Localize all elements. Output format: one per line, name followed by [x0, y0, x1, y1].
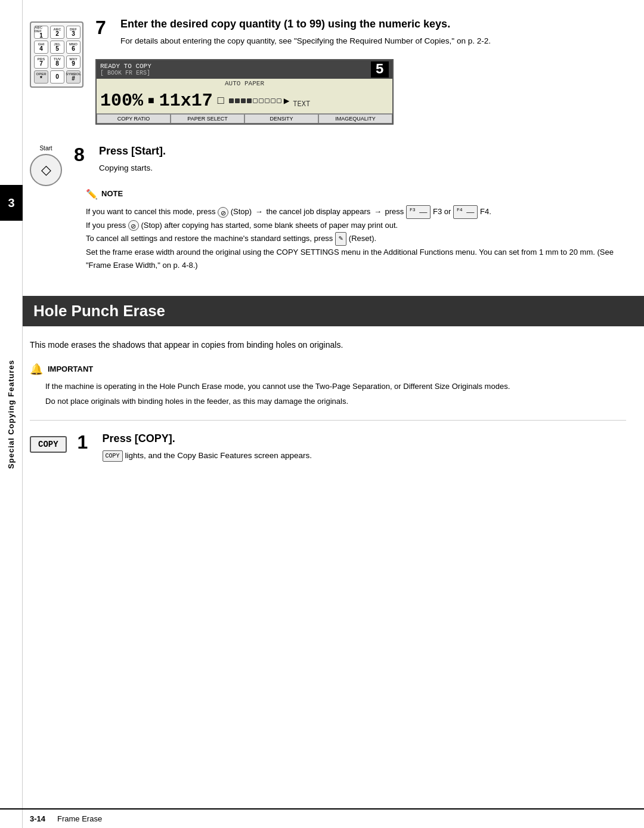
- step7-content: 7 Enter the desired copy quantity (1 to …: [95, 18, 626, 131]
- keypad-image: ABC DEF 1 ABC 2 DEF 3 GHI 4 JKL: [30, 21, 83, 88]
- step8-body: Copying starts.: [99, 162, 166, 174]
- important-line1: If the machine is operating in the Hole …: [45, 381, 626, 393]
- step-copy-body: COPY lights, and the Copy Basic Features…: [103, 450, 312, 462]
- key-6: MNO 6: [66, 41, 80, 54]
- yes-button[interactable]: F3 ——: [406, 205, 431, 218]
- press-copy-section: COPY 1 Press [COPY]. COPY lights, and th…: [30, 432, 626, 468]
- key-7: PRS 7: [34, 55, 48, 69]
- start-button-wrap: Start ◇: [30, 145, 62, 186]
- lcd-progress-bar: ▶: [229, 95, 290, 107]
- lcd-dot-8: [271, 98, 275, 103]
- lcd-paper-icon: ■: [148, 95, 154, 107]
- copy-key-button[interactable]: COPY: [30, 436, 67, 453]
- important-box: 🔔 IMPORTANT If the machine is operating …: [30, 361, 626, 407]
- lcd-ready-text: READY TO COPY [ BOOK FR ERS]: [100, 63, 151, 76]
- key-2: ABC 2: [50, 26, 64, 39]
- step7-body: For details about entering the copy quan…: [120, 35, 491, 47]
- key-star: OPER *: [34, 70, 48, 84]
- important-body: If the machine is operating in the Hole …: [45, 381, 626, 408]
- lcd-zoom: 100%: [100, 91, 143, 111]
- stop-icon-2: ⊘: [128, 220, 139, 231]
- main-content: ABC DEF 1 ABC 2 DEF 3 GHI 4 JKL: [30, 0, 626, 503]
- note-line4: Set the frame erase width around the ori…: [86, 246, 626, 272]
- key-1: ABC DEF 1: [34, 26, 48, 39]
- start-label: Start: [39, 145, 52, 152]
- important-icon: 🔔: [30, 361, 43, 378]
- key-4: GHI 4: [34, 41, 48, 54]
- lcd-bar-copy-ratio: COPY RATIO: [97, 114, 171, 123]
- chapter-tab: 3: [0, 185, 23, 221]
- lcd-bar-density: DENSITY: [244, 114, 318, 123]
- note-line2: If you press ⊘ (Stop) after copying has …: [86, 219, 626, 232]
- key-0: 0: [50, 70, 64, 84]
- key-8: TUV 8: [50, 55, 64, 69]
- key-9: WXY 9: [66, 55, 80, 69]
- reset-button[interactable]: ✎: [335, 232, 346, 245]
- note-header: ✏️ NOTE: [86, 187, 626, 202]
- press-copy-content: 1 Press [COPY]. COPY lights, and the Cop…: [78, 432, 312, 468]
- note-icon: ✏️: [86, 187, 98, 202]
- step-copy-number: 1: [78, 432, 94, 452]
- lcd-copy-icon: □: [218, 95, 224, 107]
- key-5: JKL 5: [50, 41, 64, 54]
- lcd-display: READY TO COPY [ BOOK FR ERS] 5 AUTO PAPE…: [95, 59, 394, 125]
- chapter-number: 3: [8, 196, 14, 210]
- footer-page: 3-14: [30, 814, 45, 823]
- note-line1: If you want to cancel this mode, press ⊘…: [86, 205, 626, 219]
- lcd-copy-count: 5: [371, 61, 389, 78]
- stop-icon-1: ⊘: [218, 207, 228, 218]
- lcd-bar-paper-select: PAPER SELECT: [171, 114, 244, 123]
- section-header: Hole Punch Erase: [21, 296, 644, 326]
- numeric-keypad: ABC DEF 1 ABC 2 DEF 3 GHI 4 JKL: [30, 21, 83, 88]
- key-3: DEF 3: [66, 26, 80, 39]
- lcd-dot-7: [265, 98, 270, 103]
- lcd-dot-5: [253, 98, 258, 103]
- step7-section: ABC DEF 1 ABC 2 DEF 3 GHI 4 JKL: [30, 18, 626, 131]
- note-line3: To cancel all settings and restore the m…: [86, 232, 626, 246]
- footer: 3-14 Frame Erase: [0, 808, 644, 828]
- hole-punch-body: This mode erases the shadows that appear…: [30, 338, 626, 351]
- step8-section: Start ◇ 8 Press [Start]. Copying starts.…: [30, 145, 626, 278]
- start-button[interactable]: ◇: [30, 154, 62, 186]
- step8-content: 8 Press [Start]. Copying starts. ✏️ NOTE…: [74, 145, 626, 278]
- section-divider: [30, 420, 626, 421]
- step-copy-title: Press [COPY].: [103, 432, 312, 445]
- step8-title: Press [Start].: [99, 145, 166, 157]
- lcd-bar-imagequality: IMAGEQUALITY: [318, 114, 392, 123]
- lcd-auto-paper: AUTO PAPER: [97, 79, 392, 88]
- lcd-text-label: TEXT: [293, 100, 310, 109]
- lcd-dot-9: [277, 98, 281, 103]
- lcd-dot-3: [241, 98, 246, 103]
- lcd-main-row: 100% ■ 11x17 □ ▶: [97, 88, 392, 113]
- footer-label: Frame Erase: [57, 814, 102, 823]
- lcd-paper-size: 11x17: [159, 91, 213, 111]
- lcd-arrow-right: ▶: [284, 95, 290, 107]
- sidebar: Special Copying Features: [0, 0, 23, 828]
- step8-number: 8: [74, 145, 91, 164]
- important-line2: Do not place originals with binding hole…: [45, 396, 626, 408]
- sidebar-label: Special Copying Features: [7, 360, 16, 469]
- start-button-icon: ◇: [41, 162, 51, 178]
- lcd-dot-4: [247, 98, 252, 103]
- step7-number: 7: [95, 18, 112, 37]
- copy-small-label: COPY: [103, 450, 123, 462]
- no-button[interactable]: F4 ——: [453, 205, 478, 218]
- lcd-bottom-bar: COPY RATIO PAPER SELECT DENSITY IMAGEQUA…: [97, 113, 392, 123]
- lcd-top-bar: READY TO COPY [ BOOK FR ERS] 5: [97, 60, 392, 79]
- lcd-dot-6: [259, 98, 264, 103]
- key-hash: SYMBOL #: [66, 70, 80, 84]
- step7-title: Enter the desired copy quantity (1 to 99…: [120, 18, 491, 30]
- lcd-dot-1: [229, 98, 234, 103]
- lcd-dot-2: [235, 98, 240, 103]
- note-box: ✏️ NOTE If you want to cancel this mode,…: [86, 187, 626, 272]
- important-header: 🔔 IMPORTANT: [30, 361, 626, 378]
